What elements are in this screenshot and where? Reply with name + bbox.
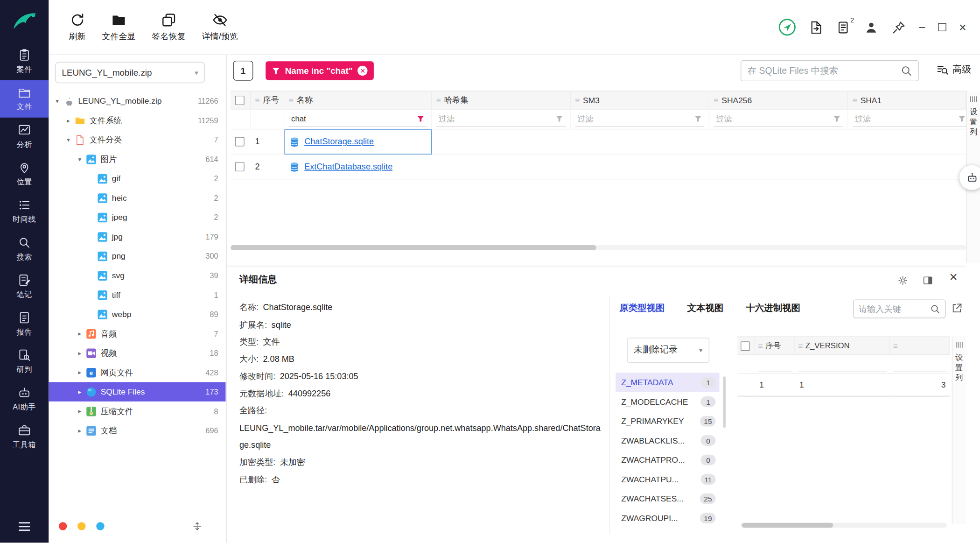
red-dot[interactable]	[59, 522, 67, 530]
table-row[interactable]: 2ExtChatDatabase.sqlite	[231, 155, 966, 180]
table-search-input[interactable]	[748, 66, 897, 76]
funnel-icon[interactable]	[833, 115, 840, 122]
search-icon[interactable]	[930, 304, 940, 314]
funnel-icon[interactable]	[694, 115, 702, 122]
toolbar-folder-dark-button[interactable]: 文件全显	[102, 12, 135, 42]
menu-icon[interactable]	[17, 519, 32, 534]
active-filter-tag[interactable]: Name inc "chat" ✕	[266, 61, 374, 80]
column-filter-input-2[interactable]	[439, 114, 553, 123]
evidence-dropdown[interactable]: LEUNG_YL_mobile.zip ▾	[55, 62, 205, 84]
window-maximize-button[interactable]	[938, 23, 946, 31]
tree-item-5[interactable]: heic2	[49, 188, 225, 208]
chevron-right-icon[interactable]: ▸	[75, 330, 84, 337]
grid-filter-cell[interactable]	[795, 355, 890, 374]
row-checkbox[interactable]	[235, 162, 245, 171]
tab-2[interactable]: 十六进制视图	[746, 302, 800, 314]
column-filter-input-1[interactable]	[291, 114, 414, 123]
records-filter-dropdown[interactable]: 未删除记录 ▾	[627, 338, 709, 363]
expand-panel-icon[interactable]	[192, 521, 203, 532]
chevron-right-icon[interactable]: ▸	[64, 117, 73, 124]
grid-data-row[interactable]: 1 1 3	[737, 374, 950, 396]
sidebar-item-case[interactable]: 案件	[0, 42, 49, 80]
detail-search-input[interactable]	[859, 304, 927, 314]
sidebar-item-toolbox[interactable]: 工具箱	[0, 418, 49, 455]
window-close-button[interactable]: ×	[959, 21, 966, 34]
view-page-button[interactable]: 1	[233, 61, 253, 81]
select-all-checkbox[interactable]	[741, 341, 750, 351]
send-status-icon[interactable]	[778, 18, 796, 36]
toolbar-refresh-button[interactable]: 刷新	[69, 12, 85, 42]
ai-assistant-float-button[interactable]	[959, 165, 980, 190]
db-table-item-1[interactable]: Z_MODELCACHE1	[616, 392, 719, 412]
export-icon[interactable]	[809, 20, 824, 35]
db-table-item-5[interactable]: ZWACHATPU...11	[616, 470, 719, 489]
close-detail-icon[interactable]: ×	[950, 270, 958, 284]
remove-filter-icon[interactable]: ✕	[357, 66, 367, 76]
sidebar-item-review[interactable]: 研判	[0, 343, 49, 380]
table-col-4[interactable]: ≡SHA256	[709, 91, 848, 109]
table-col-0[interactable]: ≡序号	[251, 91, 284, 109]
funnel-icon[interactable]	[417, 115, 424, 122]
chevron-right-icon[interactable]: ▸	[75, 369, 84, 376]
tab-1[interactable]: 文本视图	[687, 302, 724, 314]
db-table-item-0[interactable]: Z_METADATA1	[616, 373, 719, 392]
tree-item-0[interactable]: ▾LEUNG_YL_mobile.zip11266	[49, 92, 225, 111]
tree-item-6[interactable]: jpeg2	[49, 208, 225, 227]
grid-filter-cell[interactable]	[890, 355, 950, 374]
window-minimize-button[interactable]: −	[918, 21, 926, 34]
scrollbar-thumb[interactable]	[742, 523, 833, 528]
column-filter-input-5[interactable]	[855, 114, 956, 123]
sidebar-item-timeline[interactable]: 时间线	[0, 193, 49, 230]
grid-col-index[interactable]: ≡序号	[755, 337, 795, 355]
tree-item-2[interactable]: ▾文件分类7	[49, 130, 225, 150]
toolbar-preview-button[interactable]: 详情/预览	[202, 12, 238, 42]
sidebar-item-files[interactable]: 文件	[0, 80, 49, 117]
tree-item-12[interactable]: ▸音频7	[49, 324, 225, 344]
task-list-icon[interactable]: 2	[836, 20, 851, 35]
search-icon[interactable]	[901, 65, 912, 76]
chevron-down-icon[interactable]: ▾	[53, 98, 62, 105]
tree-item-9[interactable]: svg39	[49, 266, 225, 285]
advanced-search-button[interactable]: 高级	[936, 63, 971, 76]
db-table-item-2[interactable]: Z_PRIMARYKEY15	[616, 411, 719, 431]
tree-item-3[interactable]: ▾图片614	[49, 149, 225, 169]
grid-col-zversion[interactable]: ≡Z_VERSION	[795, 337, 890, 355]
file-link[interactable]: ChatStorage.sqlite	[304, 137, 374, 146]
gear-icon[interactable]	[897, 275, 909, 286]
column-filter-input-4[interactable]	[716, 114, 831, 123]
tree-item-4[interactable]: gif2	[49, 169, 225, 189]
layout-panel-icon[interactable]	[922, 275, 933, 286]
tree-item-14[interactable]: ▸e网页文件428	[49, 363, 225, 382]
sidebar-item-search[interactable]: 搜索	[0, 230, 49, 268]
yellow-dot[interactable]	[77, 522, 85, 530]
funnel-icon[interactable]	[556, 115, 563, 122]
db-table-item-4[interactable]: ZWACHATPRO...0	[616, 450, 719, 470]
chevron-right-icon[interactable]: ▸	[75, 408, 84, 415]
tree-item-13[interactable]: ▸视频18	[49, 343, 225, 363]
tree-item-11[interactable]: webp89	[49, 304, 225, 324]
file-link[interactable]: ExtChatDatabase.sqlite	[304, 162, 392, 171]
blue-dot[interactable]	[96, 522, 104, 530]
sidebar-item-location[interactable]: 位置	[0, 155, 49, 192]
tree-item-10[interactable]: tiff1	[49, 285, 225, 305]
grid-filter-cell[interactable]	[755, 355, 795, 374]
tab-0[interactable]: 原类型视图	[619, 302, 665, 314]
grid-col-partial[interactable]: ≡	[890, 337, 950, 355]
list-scrollbar[interactable]	[723, 376, 726, 428]
chevron-down-icon[interactable]: ▾	[75, 155, 84, 162]
chevron-right-icon[interactable]: ▸	[75, 350, 84, 357]
pin-icon[interactable]	[891, 20, 906, 35]
select-all-checkbox[interactable]	[235, 95, 245, 105]
tree-item-7[interactable]: jpg179	[49, 227, 225, 247]
table-row[interactable]: 1ChatStorage.sqlite	[231, 129, 966, 155]
table-col-3[interactable]: ≡SM3	[571, 91, 709, 109]
db-table-item-3[interactable]: ZWABLACKLIS...0	[616, 431, 719, 451]
tree-item-8[interactable]: png300	[49, 247, 225, 266]
scrollbar-thumb[interactable]	[231, 245, 596, 250]
sidebar-item-analysis[interactable]: 分析	[0, 118, 49, 155]
chevron-down-icon[interactable]: ▾	[64, 136, 73, 143]
open-external-icon[interactable]	[951, 302, 963, 315]
chevron-right-icon[interactable]: ▸	[75, 427, 84, 434]
user-icon[interactable]	[863, 20, 878, 35]
row-checkbox[interactable]	[235, 137, 245, 146]
